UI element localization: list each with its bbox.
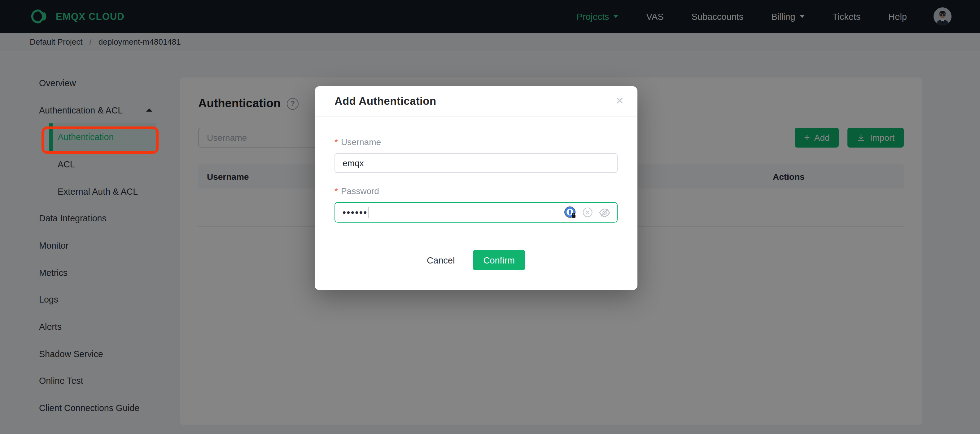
modal-footer: Cancel Confirm xyxy=(334,250,617,270)
add-authentication-modal: Add Authentication ✕ * Username * Passwo… xyxy=(315,86,638,290)
close-icon[interactable]: ✕ xyxy=(616,96,624,106)
required-marker: * xyxy=(334,137,338,147)
modal-header: Add Authentication ✕ xyxy=(315,86,638,116)
username-label-text: Username xyxy=(341,137,381,147)
password-field-label: * Password xyxy=(334,186,617,196)
password-masked-value: •••••• xyxy=(342,208,368,217)
clear-input-icon[interactable] xyxy=(582,207,593,218)
text-cursor xyxy=(368,207,369,218)
password-manager-icon[interactable] xyxy=(564,206,577,219)
password-field[interactable]: •••••• xyxy=(334,202,617,223)
modal-title: Add Authentication xyxy=(334,94,436,108)
confirm-button[interactable]: Confirm xyxy=(473,250,525,270)
username-field-label: * Username xyxy=(334,137,617,147)
cancel-button[interactable]: Cancel xyxy=(427,255,455,265)
toggle-password-visibility-icon[interactable] xyxy=(598,206,611,219)
password-field-icons xyxy=(564,206,611,219)
modal-body: * Username * Password •••••• xyxy=(315,116,638,270)
password-label-text: Password xyxy=(341,186,379,196)
required-marker: * xyxy=(334,186,338,196)
app-viewport: EMQX CLOUD Projects VAS Subaccounts Bill… xyxy=(0,0,980,434)
username-field[interactable] xyxy=(334,153,617,173)
